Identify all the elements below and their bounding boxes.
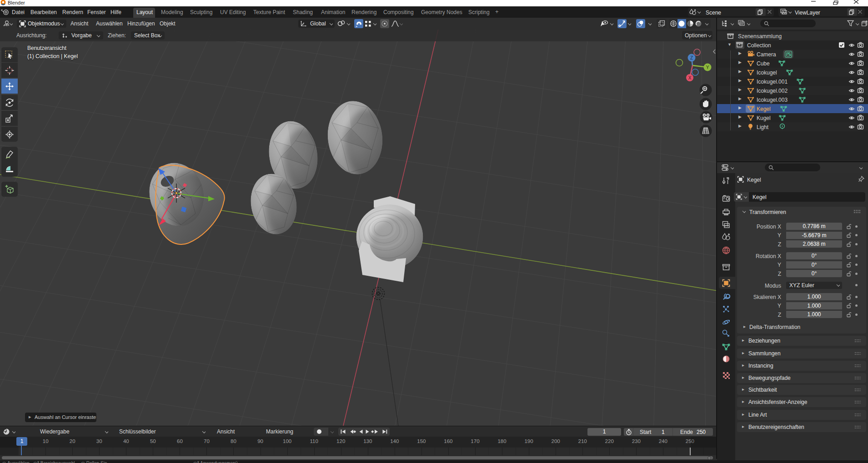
svg-text:X: X: [688, 75, 692, 80]
svg-text:Z: Z: [690, 55, 693, 60]
svg-text:Y: Y: [706, 65, 709, 70]
